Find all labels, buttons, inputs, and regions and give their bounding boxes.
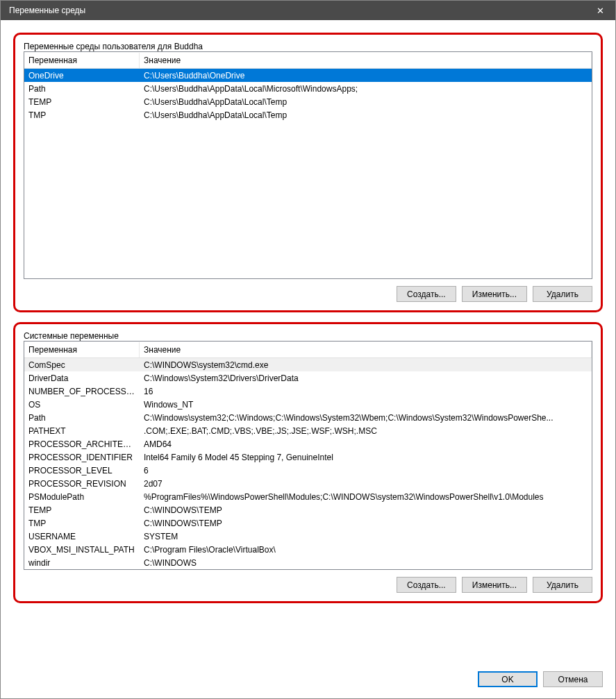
system-vars-legend: Системные переменные: [21, 331, 122, 341]
table-row[interactable]: OSWindows_NT: [24, 398, 592, 411]
table-row[interactable]: USERNAMESYSTEM: [24, 530, 592, 543]
table-row[interactable]: PSModulePath%ProgramFiles%\WindowsPowerS…: [24, 490, 592, 503]
table-row[interactable]: PROCESSOR_ARCHITECTUREAMD64: [24, 437, 592, 450]
var-value: C:\WINDOWS: [140, 557, 592, 569]
table-row[interactable]: ComSpecC:\WINDOWS\system32\cmd.exe: [24, 358, 592, 371]
table-row[interactable]: PROCESSOR_IDENTIFIERIntel64 Family 6 Mod…: [24, 450, 592, 464]
system-vars-highlight: Системные переменные Переменная Значение…: [13, 322, 603, 603]
table-row[interactable]: windirC:\WINDOWS: [24, 556, 592, 569]
table-row[interactable]: DriverDataC:\Windows\System32\Drivers\Dr…: [24, 371, 592, 385]
new-button[interactable]: Создать...: [397, 286, 456, 302]
titlebar[interactable]: Переменные среды ✕: [1, 1, 615, 20]
var-value: C:\Users\Buddha\OneDrive: [140, 70, 592, 81]
var-value: AMD64: [140, 439, 592, 450]
list-header[interactable]: Переменная Значение: [24, 342, 592, 358]
list-body: OneDriveC:\Users\Buddha\OneDrivePathC:\U…: [24, 69, 592, 121]
table-row[interactable]: TEMPC:\WINDOWS\TEMP: [24, 503, 592, 516]
list-body: ComSpecC:\WINDOWS\system32\cmd.exeDriver…: [24, 358, 592, 569]
var-name: TEMP: [24, 505, 140, 516]
col-header-value[interactable]: Значение: [140, 53, 592, 68]
table-row[interactable]: TMPC:\Users\Buddha\AppData\Local\Temp: [24, 108, 592, 121]
window-title: Переменные среды: [9, 6, 585, 15]
var-value: 2d07: [140, 478, 592, 489]
var-value: 16: [140, 386, 592, 397]
system-vars-group: Системные переменные Переменная Значение…: [24, 331, 592, 593]
table-row[interactable]: PathC:\Users\Buddha\AppData\Local\Micros…: [24, 82, 592, 95]
var-value: .COM;.EXE;.BAT;.CMD;.VBS;.VBE;.JS;.JSE;.…: [140, 426, 592, 437]
var-name: TEMP: [24, 96, 140, 108]
col-header-name[interactable]: Переменная: [24, 53, 140, 68]
var-value: C:\WINDOWS\TEMP: [140, 505, 592, 516]
var-value: Windows_NT: [140, 399, 592, 410]
table-row[interactable]: NUMBER_OF_PROCESSORS16: [24, 385, 592, 398]
var-value: C:\Windows\system32;C:\Windows;C:\Window…: [140, 412, 592, 423]
var-name: ComSpec: [24, 360, 140, 371]
var-name: PROCESSOR_ARCHITECTURE: [24, 439, 140, 450]
table-row[interactable]: PathC:\Windows\system32;C:\Windows;C:\Wi…: [24, 411, 592, 424]
var-name: OS: [24, 399, 140, 410]
table-row[interactable]: TEMPC:\Users\Buddha\AppData\Local\Temp: [24, 95, 592, 108]
var-value: C:\Program Files\Oracle\VirtualBox\: [140, 544, 592, 555]
var-value: SYSTEM: [140, 531, 592, 542]
cancel-button[interactable]: Отмена: [543, 671, 603, 687]
list-header[interactable]: Переменная Значение: [24, 52, 592, 69]
var-value: Intel64 Family 6 Model 45 Stepping 7, Ge…: [140, 452, 592, 463]
var-name: PATHEXT: [24, 426, 140, 437]
table-row[interactable]: PATHEXT.COM;.EXE;.BAT;.CMD;.VBS;.VBE;.JS…: [24, 424, 592, 437]
var-name: PROCESSOR_LEVEL: [24, 465, 140, 476]
user-vars-legend: Переменные среды пользователя для Buddha: [21, 42, 206, 51]
table-row[interactable]: OneDriveC:\Users\Buddha\OneDrive: [24, 69, 592, 82]
var-name: OneDrive: [24, 70, 140, 81]
var-name: NUMBER_OF_PROCESSORS: [24, 386, 140, 397]
edit-button[interactable]: Изменить...: [462, 286, 527, 302]
var-name: DriverData: [24, 373, 140, 384]
close-icon[interactable]: ✕: [585, 1, 615, 20]
var-value: C:\Windows\System32\Drivers\DriverData: [140, 373, 592, 384]
var-name: TMP: [24, 518, 140, 529]
var-name: PSModulePath: [24, 491, 140, 503]
var-value: 6: [140, 465, 592, 476]
table-row[interactable]: TMPC:\WINDOWS\TEMP: [24, 516, 592, 530]
delete-button[interactable]: Удалить: [533, 286, 592, 302]
user-vars-buttons: Создать... Изменить... Удалить: [24, 286, 592, 302]
ok-button[interactable]: OK: [478, 671, 538, 687]
var-name: PROCESSOR_REVISION: [24, 478, 140, 489]
user-vars-list[interactable]: Переменная Значение OneDriveC:\Users\Bud…: [24, 51, 592, 279]
env-vars-dialog: Переменные среды ✕ Переменные среды поль…: [0, 0, 616, 699]
var-value: C:\Users\Buddha\AppData\Local\Microsoft\…: [140, 83, 592, 94]
var-name: Path: [24, 412, 140, 423]
col-header-value[interactable]: Значение: [140, 342, 592, 357]
table-row[interactable]: PROCESSOR_REVISION2d07: [24, 477, 592, 490]
var-name: PROCESSOR_IDENTIFIER: [24, 452, 140, 463]
var-name: windir: [24, 557, 140, 569]
system-vars-buttons: Создать... Изменить... Удалить: [24, 577, 592, 593]
var-name: Path: [24, 83, 140, 94]
user-vars-highlight: Переменные среды пользователя для Buddha…: [13, 33, 603, 312]
new-button[interactable]: Создать...: [397, 577, 456, 593]
edit-button[interactable]: Изменить...: [462, 577, 527, 593]
var-value: C:\WINDOWS\TEMP: [140, 518, 592, 529]
delete-button[interactable]: Удалить: [533, 577, 592, 593]
var-name: USERNAME: [24, 531, 140, 542]
var-value: C:\Users\Buddha\AppData\Local\Temp: [140, 96, 592, 108]
var-value: C:\Users\Buddha\AppData\Local\Temp: [140, 110, 592, 121]
user-vars-group: Переменные среды пользователя для Buddha…: [24, 42, 592, 302]
var-value: C:\WINDOWS\system32\cmd.exe: [140, 360, 592, 371]
dialog-footer: OK Отмена: [1, 666, 615, 698]
var-value: %ProgramFiles%\WindowsPowerShell\Modules…: [140, 491, 592, 503]
system-vars-list[interactable]: Переменная Значение ComSpecC:\WINDOWS\sy…: [24, 341, 592, 570]
var-name: TMP: [24, 110, 140, 121]
var-name: VBOX_MSI_INSTALL_PATH: [24, 544, 140, 555]
dialog-body: Переменные среды пользователя для Buddha…: [1, 20, 615, 666]
table-row[interactable]: VBOX_MSI_INSTALL_PATHC:\Program Files\Or…: [24, 543, 592, 556]
col-header-name[interactable]: Переменная: [24, 342, 140, 357]
table-row[interactable]: PROCESSOR_LEVEL6: [24, 464, 592, 477]
